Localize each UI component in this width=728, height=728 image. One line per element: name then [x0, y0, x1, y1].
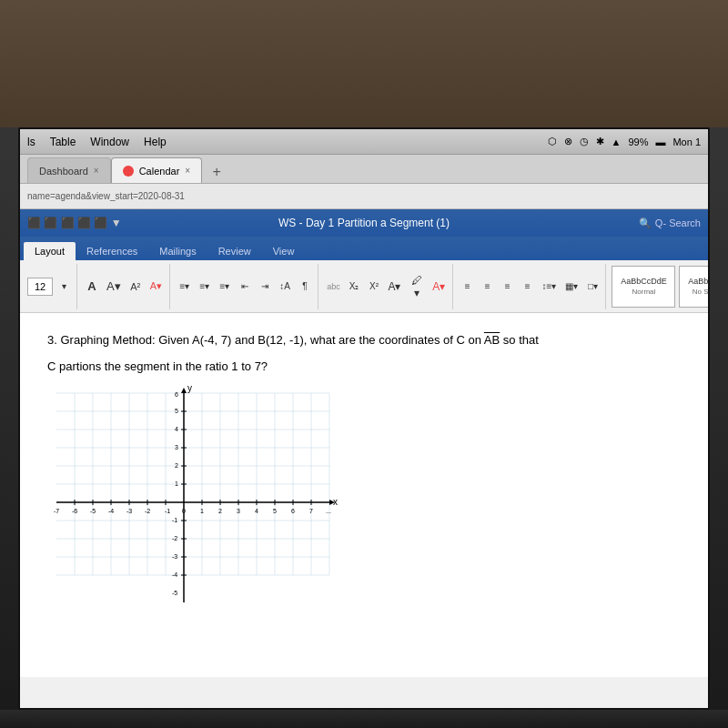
menu-item-table[interactable]: Table — [50, 136, 76, 148]
problem-so-that: so that — [503, 333, 539, 347]
date-display: Mon 1 — [672, 136, 701, 147]
document-content: 3. Graphing Method: Given A(-4, 7) and B… — [20, 313, 708, 677]
line-segment-label: AB — [484, 333, 500, 347]
bullets-button[interactable]: ≡▾ — [176, 279, 194, 293]
font-group: 12 ▾ — [24, 264, 77, 309]
problem-number: 3. — [47, 333, 57, 347]
style-no-spacing-label: No Spacing — [693, 288, 708, 296]
font-color-red[interactable]: A▾ — [430, 278, 449, 295]
axis-ticks — [75, 411, 311, 575]
x-label-2: 2 — [218, 508, 222, 514]
tab-references[interactable]: References — [76, 242, 148, 260]
y-label--4: -4 — [172, 571, 177, 578]
tab-dashboard[interactable]: Dashboard × — [27, 157, 111, 183]
align-center[interactable]: ≡ — [479, 279, 497, 293]
sort-button[interactable]: ↕A — [276, 279, 294, 293]
add-tab-button[interactable]: + — [206, 161, 228, 183]
x-label-3: 3 — [237, 508, 240, 514]
font-size-field[interactable]: 12 — [27, 278, 53, 296]
ribbon-toolbar: 12 ▾ A A▾ A² A▾ ≡▾ ≡▾ ≡▾ ⇤ ⇥ ↕A — [20, 260, 708, 313]
x-axis-label: x — [333, 497, 338, 507]
tab-layout[interactable]: Layout — [24, 242, 76, 260]
x-label-7: 7 — [309, 508, 313, 514]
dropbox-icon: ⬡ — [548, 136, 557, 147]
align-right[interactable]: ≡ — [499, 279, 517, 293]
align-left[interactable]: ≡ — [459, 279, 477, 293]
tab-dashboard-label: Dashboard — [39, 166, 88, 177]
problem-statement: 3. Graphing Method: Given A(-4, 7) and B… — [47, 331, 681, 350]
adobe-icon: ⊗ — [564, 136, 572, 147]
borders[interactable]: □▾ — [583, 279, 602, 293]
address-bar[interactable]: name=agenda&view_start=2020-08-31 — [20, 184, 708, 209]
x-label-5: 5 — [273, 508, 277, 514]
x-label-4: 4 — [255, 508, 258, 514]
search-label: Q- Search — [655, 217, 701, 228]
pilcrow-button[interactable]: ¶ — [296, 279, 314, 293]
highlight-button[interactable]: 🖊▾ — [406, 272, 428, 301]
word-window: ⬛ ⬛ ⬛ ⬛ ⬛ ▼ WS - Day 1 Partition a Segme… — [20, 209, 708, 677]
y-label-4: 4 — [175, 426, 178, 432]
y-label-3: 3 — [175, 444, 178, 450]
laptop-background: ls Table Window Help ⬡ ⊗ ◷ ✱ ▲ 99% ▬ Mon… — [0, 0, 728, 728]
problem-text-main: Graphing Method: Given A(-4, 7) and B(12… — [60, 333, 480, 347]
tab-mailings[interactable]: Mailings — [148, 242, 207, 260]
numbering-button[interactable]: ≡▾ — [196, 279, 214, 293]
font-color-a[interactable]: A▾ — [385, 278, 404, 295]
indent-decrease[interactable]: ⇤ — [236, 279, 254, 293]
y-label--1: -1 — [172, 517, 177, 523]
indent-increase[interactable]: ⇥ — [256, 279, 274, 293]
menu-item-ls[interactable]: ls — [27, 136, 35, 148]
word-document-title: WS - Day 1 Partition a Segment (1) — [278, 217, 450, 229]
font-highlight[interactable]: A▾ — [147, 278, 166, 294]
y-axis-arrow — [181, 388, 187, 393]
subscript-button[interactable]: X₂ — [345, 279, 363, 293]
x-label--3: -3 — [126, 508, 132, 514]
tab-review[interactable]: Review — [207, 242, 262, 260]
tab-view[interactable]: View — [262, 242, 306, 260]
menu-items: ls Table Window Help — [27, 136, 167, 148]
line-spacing[interactable]: ↕≡▾ — [539, 279, 561, 293]
font-color-button[interactable]: A▾ — [103, 278, 125, 295]
x-label-1: 1 — [200, 508, 204, 514]
font-size-increase[interactable]: A² — [126, 279, 145, 294]
menu-item-window[interactable]: Window — [90, 136, 129, 148]
y-label-1: 1 — [175, 480, 178, 487]
style-no-spacing[interactable]: AaBbCcDdE No Spacing — [679, 266, 708, 308]
tab-calendar-close[interactable]: × — [185, 166, 190, 176]
shading[interactable]: ▦▾ — [561, 279, 581, 293]
address-text: name=agenda&view_start=2020-08-31 — [27, 191, 185, 201]
styles-group: AaBbCcDdE Normal AaBbCcDdE No Spacing Aa… — [608, 264, 708, 309]
tab-calendar[interactable]: Calendar × — [111, 157, 202, 183]
search-area[interactable]: 🔍 Q- Search — [639, 217, 701, 229]
paragraph-group: ≡▾ ≡▾ ≡▾ ⇤ ⇥ ↕A ¶ — [172, 264, 318, 309]
bold-large-button[interactable]: A — [83, 278, 101, 295]
quick-access-save[interactable]: ⬛ ⬛ ⬛ ⬛ ⬛ ▼ — [27, 217, 122, 229]
x-label--6: -6 — [72, 508, 77, 514]
x-label--5: -5 — [90, 508, 96, 514]
tab-dashboard-close[interactable]: × — [94, 166, 99, 176]
y-label-5: 5 — [175, 408, 178, 414]
x-label-6: 6 — [291, 508, 295, 514]
horizontal-grid — [56, 393, 329, 575]
laptop-bottom-bezel — [0, 710, 728, 728]
y-label--2: -2 — [172, 535, 177, 541]
x-label--7: -7 — [54, 508, 59, 514]
y-label-6-7: 6 — [175, 391, 178, 398]
y-axis-label: y — [187, 384, 192, 393]
graph-svg: x y -7 -6 -5 -4 -3 -2 -1 0 — [47, 384, 339, 621]
battery-icon: ▬ — [655, 136, 665, 147]
multilevel-list[interactable]: ≡▾ — [216, 279, 234, 293]
superscript-button[interactable]: X² — [365, 279, 383, 293]
browser-tab-bar: Dashboard × Calendar × + — [20, 155, 708, 184]
abc-label: abc — [324, 280, 343, 293]
subscript-group: abc X₂ X² A▾ 🖊▾ A▾ — [320, 264, 453, 309]
x-label--2: -2 — [145, 508, 150, 514]
font-size-dropdown[interactable]: ▾ — [55, 279, 73, 293]
menu-item-help[interactable]: Help — [144, 136, 167, 148]
mac-menubar: ls Table Window Help ⬡ ⊗ ◷ ✱ ▲ 99% ▬ Mon… — [20, 129, 708, 155]
x-label--4: -4 — [108, 508, 114, 514]
style-normal[interactable]: AaBbCcDdE Normal — [612, 266, 675, 308]
desk-surface — [0, 0, 728, 127]
style-normal-label: Normal — [632, 288, 656, 296]
justify[interactable]: ≡ — [519, 279, 537, 293]
